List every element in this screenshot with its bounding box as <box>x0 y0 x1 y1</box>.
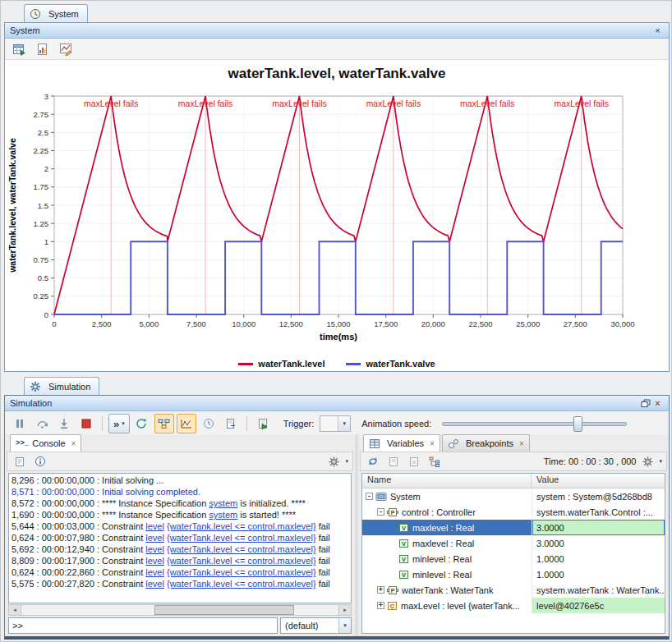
variable-value-cell[interactable]: level@40276e5c <box>532 598 665 613</box>
export-log-button[interactable] <box>221 414 241 433</box>
close-icon[interactable]: × <box>651 25 664 36</box>
variable-value-cell[interactable]: 1.0000 <box>532 551 665 566</box>
variable-row[interactable]: -Systemsystem : System@5d268bd8 <box>362 488 665 504</box>
part-icon: P <box>387 507 398 517</box>
float-window-icon[interactable] <box>639 397 651 409</box>
log-link[interactable]: {waterTank.level <= control.maxlevel} <box>167 521 316 531</box>
scrollbar-thumb[interactable] <box>154 605 294 615</box>
value-icon: V <box>398 523 409 533</box>
column-header-name[interactable]: Name <box>362 474 532 488</box>
tab-system[interactable]: System <box>24 4 88 22</box>
expand-tree-button[interactable] <box>426 453 443 470</box>
log-link[interactable]: level <box>145 521 164 531</box>
variable-row[interactable]: +CmaxLevel : level {waterTank...level@40… <box>362 598 665 613</box>
variable-value-cell[interactable]: system.waterTank.Control :... <box>532 504 665 520</box>
variable-name: waterTank : WaterTank <box>402 585 493 595</box>
tab-simulation[interactable]: Simulation <box>24 377 99 395</box>
log-link[interactable]: system <box>209 510 237 520</box>
variable-name-cell: Vminlevel : Real <box>362 551 532 566</box>
scroll-left-icon[interactable]: ◄ <box>9 605 21 615</box>
scroll-right-icon[interactable]: ► <box>338 605 351 615</box>
step-over-button[interactable] <box>32 414 52 433</box>
log-link[interactable]: level <box>145 556 164 566</box>
collapse-icon[interactable]: - <box>377 508 384 516</box>
validate-run-button[interactable] <box>253 414 273 433</box>
close-icon[interactable]: × <box>71 439 76 448</box>
trigger-combobox[interactable]: ▾ <box>320 415 351 432</box>
report-button[interactable] <box>33 39 52 58</box>
log-text: fail <box>316 556 330 566</box>
simulation-panel-title: Simulation <box>10 398 639 408</box>
export-variables-button[interactable] <box>385 453 402 470</box>
legend-item: waterTank.level <box>238 359 324 369</box>
variable-name: minlevel : Real <box>412 570 472 580</box>
expand-icon[interactable]: + <box>377 586 384 594</box>
animation-toggle-button[interactable] <box>154 414 174 433</box>
clock-button[interactable] <box>199 414 219 433</box>
reset-simulation-button[interactable] <box>132 414 152 433</box>
console-input[interactable]: >> <box>8 617 278 634</box>
log-text: fail <box>316 521 330 531</box>
step-into-button[interactable] <box>54 414 74 433</box>
variable-value-cell[interactable]: 3.0000 <box>532 520 665 535</box>
log-text: fail <box>316 544 330 554</box>
log-text: fail <box>316 533 330 543</box>
language-combobox[interactable]: (default) ▾ <box>280 617 352 634</box>
value-icon: V <box>398 570 409 580</box>
svg-text:25,000: 25,000 <box>516 319 540 328</box>
refresh-button[interactable] <box>365 453 381 470</box>
variable-value-cell[interactable]: 1.0000 <box>532 566 665 582</box>
column-header-value[interactable]: Value <box>532 474 665 488</box>
log-link[interactable]: {waterTank.level <= control.maxlevel} <box>167 556 316 566</box>
variable-row[interactable]: +PwaterTank : WaterTanksystem.waterTank … <box>362 582 665 598</box>
collapse-icon[interactable]: - <box>366 493 373 500</box>
log-link[interactable]: {waterTank.level <= control.maxlevel} <box>167 567 316 577</box>
log-link[interactable]: system <box>209 498 237 508</box>
value-icon: V <box>398 539 409 548</box>
gear-icon[interactable] <box>325 453 342 470</box>
scrollbar-track[interactable] <box>21 605 338 615</box>
variable-value-cell[interactable]: system.waterTank : WaterTank... <box>532 582 665 598</box>
chart-title: waterTank.level, waterTank.valve <box>5 60 669 85</box>
log-link[interactable]: {waterTank.level <= control.maxlevel} <box>167 533 316 543</box>
variable-row[interactable]: Vminlevel : Real1.0000 <box>362 566 665 582</box>
run-fast-forward-button[interactable]: » ▾ <box>108 414 130 433</box>
variable-row[interactable]: Vmaxlevel : Real3.0000 <box>362 520 665 535</box>
expand-icon[interactable]: + <box>377 602 384 609</box>
close-icon[interactable]: × <box>651 397 664 409</box>
gear-icon[interactable] <box>639 453 656 470</box>
log-link[interactable]: level <box>145 533 164 543</box>
tab-variables[interactable]: Variables × <box>363 434 440 452</box>
log-link[interactable]: {waterTank.level <= control.maxlevel} <box>167 579 316 589</box>
close-icon[interactable]: × <box>430 439 435 448</box>
log-link[interactable]: level <box>145 579 164 589</box>
slider-thumb[interactable] <box>573 416 582 432</box>
tab-breakpoints[interactable]: Breakpoints × <box>442 434 530 452</box>
log-line: 5,644 : 00:00:03,000 : Constraint level … <box>12 520 348 532</box>
log-text: 8,809 : 00:00:17,900 : Constraint <box>12 556 145 566</box>
close-icon[interactable]: × <box>519 439 524 448</box>
stop-button[interactable] <box>76 414 96 433</box>
chart-options-button[interactable] <box>56 39 75 58</box>
log-link[interactable]: {waterTank.level <= control.maxlevel} <box>167 544 316 554</box>
variable-row[interactable]: Vmaxlevel : Real3.0000 <box>362 535 665 551</box>
animation-speed-slider[interactable] <box>442 415 627 432</box>
save-log-button[interactable] <box>12 453 28 470</box>
variable-value-cell[interactable]: system : System@5d268bd8 <box>532 488 665 504</box>
pause-button[interactable] <box>10 414 30 433</box>
tab-console[interactable]: >>_ Console × <box>10 434 81 452</box>
log-link[interactable]: level <box>145 567 164 577</box>
console-log[interactable]: 8,296 : 00:00:00,000 : Initial solving .… <box>8 473 352 603</box>
log-text: 5,575 : 00:00:27,820 : Constraint <box>12 579 145 589</box>
system-panel-header: System × <box>5 23 669 39</box>
export-data-button[interactable] <box>10 39 29 58</box>
log-link[interactable]: level <box>145 544 164 554</box>
variable-row[interactable]: Vminlevel : Real1.0000 <box>362 551 665 566</box>
clear-variables-button[interactable] <box>406 453 422 470</box>
console-horizontal-scrollbar[interactable]: ◄ ► <box>8 604 352 616</box>
variable-value-cell[interactable]: 3.0000 <box>532 535 665 551</box>
info-button[interactable] <box>32 453 48 470</box>
charts-toggle-button[interactable] <box>177 414 196 433</box>
svg-text:V: V <box>402 540 406 548</box>
variable-row[interactable]: -Pcontrol : Controllersystem.waterTank.C… <box>362 504 665 520</box>
